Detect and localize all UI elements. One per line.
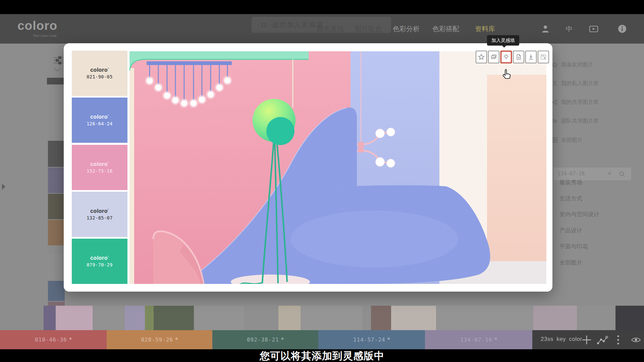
key-color-star: ✱ — [494, 337, 497, 341]
filter-icon[interactable] — [53, 56, 64, 65]
favorite-button[interactable] — [476, 51, 487, 63]
sidebar-item-liked-images[interactable]: 我喜欢的图片 — [552, 60, 642, 70]
thumbnail — [577, 306, 615, 330]
category-all-images[interactable]: 全部图片 — [559, 258, 643, 267]
search-icon[interactable] — [619, 171, 625, 177]
bottom-color-010-46-36[interactable]: 010-46-36✱ — [0, 330, 107, 349]
category-lifestyle[interactable]: 生活方式 — [559, 194, 643, 203]
video-icon[interactable] — [589, 24, 598, 34]
chip-code: 126-64-24 — [87, 121, 113, 126]
download-button[interactable] — [525, 51, 537, 63]
left-swatch[interactable] — [48, 194, 65, 219]
color-chip-132-85-07[interactable]: coloro° 132-85-07 — [72, 192, 127, 237]
chip-code: 152-75-16 — [87, 168, 113, 174]
category-product-design[interactable]: 产品设计 — [559, 226, 643, 235]
sidebar-item-shared-library[interactable]: 我的共享图片库 — [552, 97, 642, 107]
share-icon — [552, 99, 558, 105]
download-icon — [528, 54, 534, 60]
palette-column: coloro° 021-90-05 coloro° 126-64-24 colo… — [72, 51, 127, 284]
add-to-library-button[interactable] — [488, 51, 499, 63]
nav-color-analysis[interactable]: 色彩分析 — [392, 14, 421, 44]
header: coloro The Color Code 颜色查找 图片取色 色彩分析 色彩搭… — [0, 14, 644, 44]
export-file-button[interactable] — [513, 51, 524, 63]
person-icon — [552, 80, 558, 86]
bottom-color-114-57-24[interactable]: 114-57-24✱ — [318, 330, 425, 349]
chip-brand: coloro° — [90, 161, 109, 167]
toast-check-icon: i — [260, 21, 267, 28]
language-toggle[interactable]: 中 — [564, 14, 574, 44]
tooltip-add-to-moodboard: 加入灵感墙 — [487, 35, 519, 46]
chip-code: 021-90-05 — [87, 74, 113, 79]
thumbnail — [362, 306, 371, 330]
download-size-button[interactable]: 350 — [538, 51, 549, 63]
bottom-color-028-59-26[interactable]: 028-59-26✱ — [107, 330, 212, 349]
star-icon — [478, 54, 485, 60]
photos-icon — [490, 54, 497, 60]
thumbnail — [93, 306, 125, 330]
chip-code: 079-70-29 — [87, 262, 113, 267]
logo-tagline: The Color Code — [33, 34, 57, 38]
moodboard-image — [129, 51, 546, 284]
key-color-label: 23ss key color — [541, 336, 582, 343]
color-chip-152-75-16[interactable]: coloro° 152-75-16 — [72, 145, 127, 190]
category-graphic-print[interactable]: 平面与印花 — [559, 242, 643, 251]
key-color-star: ✱ — [69, 337, 72, 341]
toast-success: i 成功加入灵感墙 — [252, 17, 391, 33]
image-toolbar: 350 — [476, 51, 549, 63]
color-chip-079-70-29[interactable]: coloro° 079-70-29 — [72, 239, 127, 284]
chip-brand: coloro° — [90, 114, 109, 120]
left-swatch[interactable] — [48, 255, 65, 280]
panel-expand-arrow[interactable] — [2, 184, 5, 190]
chip-brand: coloro° — [90, 208, 109, 214]
more-options-icon[interactable] — [617, 335, 620, 345]
color-code: 134-67-16 — [460, 337, 492, 343]
category-interior-space[interactable]: 室内与空间设计 — [559, 210, 643, 219]
sidebar-item-label: 我喜欢的图片 — [561, 61, 593, 68]
color-code: 028-59-26 — [141, 337, 173, 343]
user-icon[interactable] — [541, 24, 550, 34]
color-code: 010-46-36 — [35, 337, 67, 343]
chip-brand: coloro° — [90, 255, 109, 261]
color-chip-126-64-24[interactable]: coloro° 126-64-24 — [72, 98, 127, 143]
sidebar-item-all-images[interactable]: 全部图片 — [552, 135, 642, 145]
color-chip-021-90-05[interactable]: coloro° 021-90-05 — [72, 51, 127, 96]
left-swatch[interactable] — [48, 220, 65, 245]
sidebar-item-team-library[interactable]: 团队共享图片库 — [552, 116, 642, 126]
image-detail-modal: coloro° 021-90-05 coloro° 126-64-24 colo… — [64, 43, 552, 292]
key-color-star: ✱ — [387, 337, 390, 341]
scatter-graph-icon[interactable] — [597, 336, 608, 345]
key-color-star: ✱ — [175, 337, 178, 341]
chip-code: 132-85-07 — [87, 215, 113, 221]
thumbnail — [278, 306, 301, 330]
info-icon[interactable] — [618, 24, 627, 34]
grid-icon — [552, 137, 558, 143]
idea-lightbulb-icon — [503, 54, 509, 60]
left-swatch[interactable] — [48, 281, 65, 301]
sidebar-item-label: 团队共享图片库 — [561, 118, 599, 125]
thumbnail — [391, 306, 436, 330]
add-icon[interactable] — [581, 335, 592, 345]
category-fashion-shows[interactable]: 服装秀场 — [559, 178, 643, 187]
coloro-logo[interactable]: coloro — [17, 19, 57, 33]
bottom-color-092-38-21[interactable]: 092-38-21✱ — [212, 330, 318, 349]
clear-search-icon[interactable]: ✕ — [607, 170, 612, 177]
sidebar-item-label: 全部图片 — [561, 137, 583, 144]
thumbnail — [371, 306, 391, 330]
left-swatch[interactable] — [48, 141, 65, 167]
key-color-panel: 23ss key color — [532, 330, 644, 349]
subtitle-bar: 您可以将其添加到灵感版中 — [0, 349, 644, 362]
chevron-down-icon[interactable] — [54, 68, 61, 72]
key-color-star: ✱ — [281, 337, 284, 341]
thumbnail — [44, 306, 56, 330]
thumbnail — [533, 306, 577, 330]
team-icon — [552, 118, 558, 124]
nav-color-matching[interactable]: 色彩搭配 — [431, 14, 460, 44]
bottom-color-134-67-16[interactable]: 134-67-16✱ — [425, 330, 532, 349]
sidebar-item-private-library[interactable]: 我的私人图片库 — [552, 78, 642, 88]
eye-icon[interactable] — [631, 337, 641, 343]
left-swatch[interactable] — [48, 168, 65, 193]
add-to-moodboard-button[interactable] — [500, 51, 512, 63]
screen: coloro The Color Code 颜色查找 图片取色 色彩分析 色彩搭… — [0, 0, 644, 362]
sidebar-item-label: 我的私人图片库 — [561, 80, 599, 87]
thumbnail — [301, 306, 362, 330]
